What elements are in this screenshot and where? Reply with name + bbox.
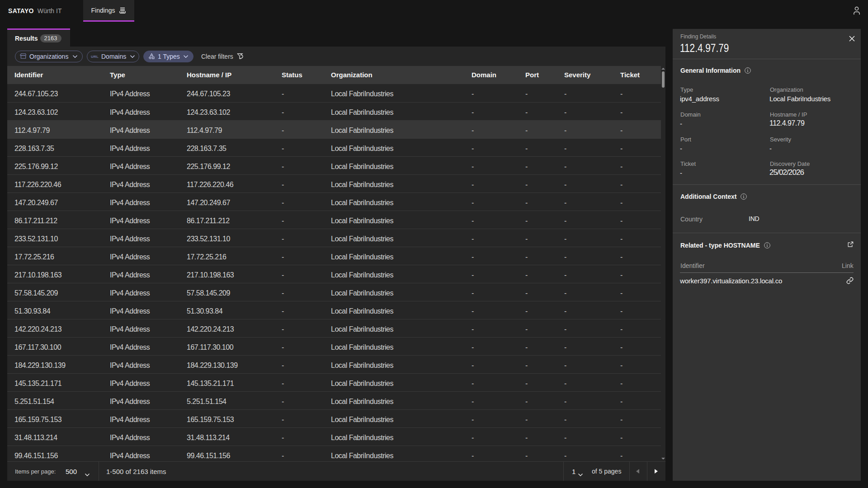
svg-text:URL: URL (91, 55, 99, 59)
